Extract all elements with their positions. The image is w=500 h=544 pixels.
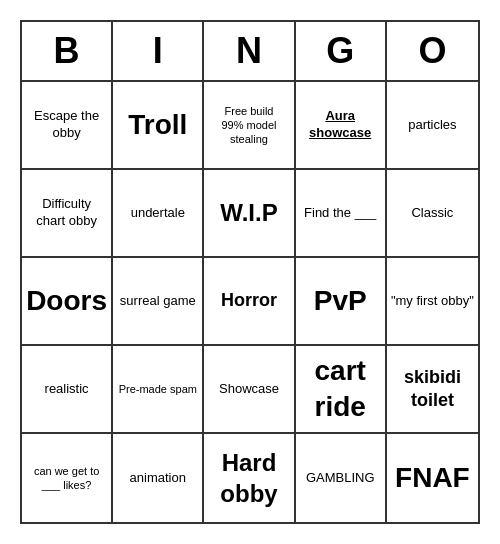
bingo-header: BINGO: [22, 22, 478, 82]
bingo-cell-r5c5: FNAF: [387, 434, 478, 522]
bingo-cell-r2c1: Difficulty chart obby: [22, 170, 113, 258]
bingo-cell-r1c1: Escape the obby: [22, 82, 113, 170]
bingo-letter-b: B: [22, 22, 113, 80]
bingo-cell-r3c5: "my first obby": [387, 258, 478, 346]
bingo-cell-r2c2: undertale: [113, 170, 204, 258]
bingo-cell-r4c2: Pre-made spam: [113, 346, 204, 434]
bingo-cell-r2c4: Find the ___: [296, 170, 387, 258]
bingo-letter-o: O: [387, 22, 478, 80]
bingo-cell-r5c1: can we get to ___ likes?: [22, 434, 113, 522]
bingo-card: BINGO Escape the obbyTrollFree build99% …: [20, 20, 480, 524]
bingo-cell-r4c5: skibidi toilet: [387, 346, 478, 434]
bingo-cell-r1c4: Aura showcase: [296, 82, 387, 170]
bingo-cell-r1c3: Free build99% model stealing: [204, 82, 295, 170]
bingo-cell-r3c2: surreal game: [113, 258, 204, 346]
bingo-cell-r5c2: animation: [113, 434, 204, 522]
bingo-cell-r4c3: Showcase: [204, 346, 295, 434]
bingo-cell-r3c4: PvP: [296, 258, 387, 346]
bingo-letter-i: I: [113, 22, 204, 80]
bingo-cell-r5c4: GAMBLING: [296, 434, 387, 522]
bingo-cell-r1c2: Troll: [113, 82, 204, 170]
bingo-cell-r5c3: Hard obby: [204, 434, 295, 522]
bingo-cell-r2c3: W.I.P: [204, 170, 295, 258]
bingo-cell-r4c1: realistic: [22, 346, 113, 434]
bingo-grid: Escape the obbyTrollFree build99% model …: [22, 82, 478, 522]
bingo-cell-r3c1: Doors: [22, 258, 113, 346]
bingo-cell-r2c5: Classic: [387, 170, 478, 258]
bingo-cell-r1c5: particles: [387, 82, 478, 170]
bingo-cell-r3c3: Horror: [204, 258, 295, 346]
bingo-letter-g: G: [296, 22, 387, 80]
bingo-cell-r4c4: cart ride: [296, 346, 387, 434]
bingo-letter-n: N: [204, 22, 295, 80]
